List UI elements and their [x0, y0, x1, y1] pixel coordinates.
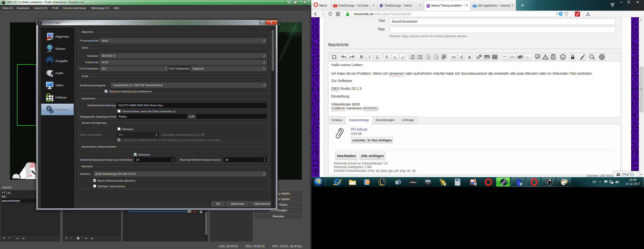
svg-text:3: 3: [410, 58, 411, 59]
svg-text:0: 0: [458, 180, 459, 181]
svg-text:ARMA: ARMA: [410, 181, 416, 184]
